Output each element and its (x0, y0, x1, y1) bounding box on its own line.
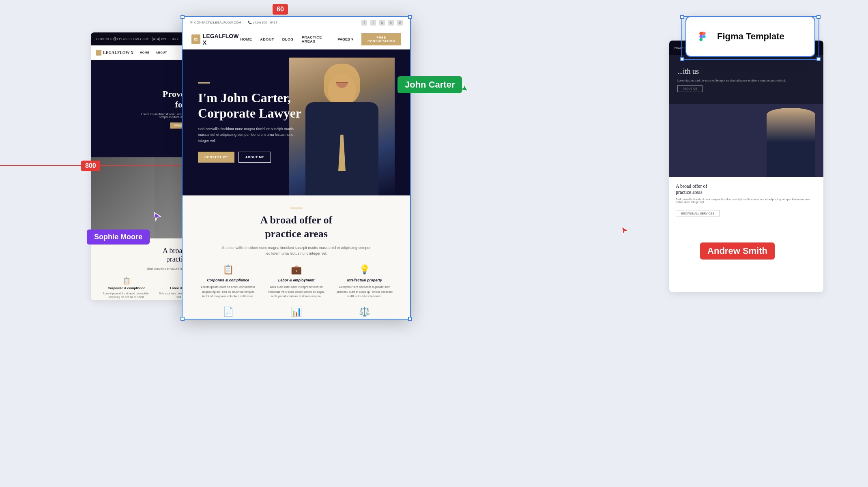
right-content: A broad offer ofpractice areas Sed conva… (669, 177, 823, 223)
main-nav: ⚖ LEGALFLOW X HOME ABOUT BLOG PRACTICE A… (182, 29, 411, 49)
services-grid-bottom: Mergers & acquisitions Business taxation… (198, 307, 395, 320)
figma-template-card[interactable]: Figma Template (685, 16, 815, 57)
figma-title: Figma Template (717, 31, 784, 42)
service-labor-desc: Duis aute irure dolor in reprehenderit i… (266, 285, 326, 298)
social-icons: f t ig in yt (361, 20, 403, 26)
service-corporate-title: Corporate & compliance (198, 278, 258, 282)
right-about-btn[interactable]: ABOUT US (677, 85, 703, 92)
right-hero-sub: Lorem ipsum, sed do eiusmod tempor incid… (677, 79, 786, 82)
main-topbar-email: ✉ CONTACT@LEGALFLOW.COM (190, 21, 241, 24)
main-nav-items: HOME ABOUT BLOG PRACTICE AREAS PAGES ▾ F… (240, 33, 401, 45)
service-ip-icon (335, 264, 395, 275)
service-taxation-icon (266, 307, 326, 317)
chevron-down-icon: ▾ (351, 37, 353, 41)
practice-subtitle: Sed convallis tincidunt nunc magna tinci… (219, 245, 374, 257)
left-nav-about: ABOUT (156, 51, 167, 54)
hero-subtitle: Sed convallis tincidunt nunc magna tinci… (198, 126, 303, 144)
services-grid-top: Corporate & compliance Lorem ipsum dolor… (198, 264, 395, 298)
right-hero-title: ...ith us (677, 67, 786, 76)
main-topbar-phone: 📞 (414) 850 - 0417 (248, 21, 277, 24)
right-hero: ...ith us Lorem ipsum, sed do eiusmod te… (669, 55, 823, 104)
nav-home[interactable]: HOME (240, 37, 252, 41)
badge-800: 800 (81, 161, 100, 171)
youtube-icon: yt (397, 20, 403, 26)
main-topbar-left: ✉ CONTACT@LEGALFLOW.COM 📞 (414) 850 - 04… (190, 21, 277, 24)
service-taxation: Business taxation (266, 307, 326, 320)
service-labor-icon (266, 264, 326, 275)
badge-60: 60 (273, 4, 288, 15)
service-mergers-icon (198, 307, 258, 317)
main-hero-content: I'm John Carter, Corporate Lawyer Sed co… (182, 82, 411, 163)
nav-about[interactable]: ABOUT (260, 37, 274, 41)
about-me-btn[interactable]: ABOUT ME (238, 152, 271, 163)
practice-header: A broad offer of practice areas Sed conv… (198, 208, 395, 256)
facebook-icon: f (361, 20, 367, 26)
service-ip: Intellectual property Excepteur sint occ… (335, 264, 395, 298)
phone-icon: 📞 (248, 21, 252, 24)
main-hero: I'm John Carter, Corporate Lawyer Sed co… (182, 49, 411, 195)
logo-icon: ⚖ (191, 34, 200, 44)
hero-accent-line (198, 82, 210, 84)
practice-accent-line (290, 208, 303, 208)
clipboard-icon: 📋 (99, 277, 154, 285)
right-services-sub: Sed convallis tincidunt nunc magna tinci… (676, 198, 817, 204)
nav-blog[interactable]: BLOG (282, 37, 294, 41)
envelope-icon: ✉ (190, 21, 193, 24)
left-topbar-email: CONTACT@LEGALFLOW.COM (96, 37, 148, 41)
instagram-icon: ig (379, 20, 385, 26)
label-andrew-smith: Andrew Smith (700, 242, 775, 260)
left-logo: LEGALFLOW X (96, 50, 133, 56)
right-hero-content: ...ith us Lorem ipsum, sed do eiusmod te… (677, 67, 786, 92)
service-corporate: Corporate & compliance Lorem ipsum dolor… (198, 264, 258, 298)
main-website-card: ✉ CONTACT@LEGALFLOW.COM 📞 (414) 850 - 04… (182, 16, 411, 320)
main-practice-areas: A broad offer of practice areas Sed conv… (182, 195, 411, 320)
nav-practice-areas[interactable]: PRACTICE AREAS (302, 35, 329, 43)
right-person-area (669, 104, 823, 177)
left-topbar-phone: (414) 850 - 0417 (152, 37, 179, 41)
linkedin-icon: in (388, 20, 394, 26)
left-service-1: 📋 Corporate & compliance Lorem ipsum dol… (99, 277, 154, 299)
service-ip-title: Intellectual property (335, 278, 395, 282)
cursor-purple (153, 211, 162, 224)
label-john-carter: John Carter (397, 76, 462, 93)
main-logo: ⚖ LEGALFLOW X (191, 33, 240, 46)
left-nav-home: HOME (140, 51, 149, 54)
figma-logo-icon (694, 28, 711, 45)
service-corporate-icon (198, 264, 258, 275)
twitter-icon: t (370, 20, 376, 26)
free-consultation-btn[interactable]: FREE CONSULTATION (361, 33, 401, 45)
left-photo-1 (91, 157, 155, 238)
service-mergers: Mergers & acquisitions (198, 307, 258, 320)
practice-title: A broad offer of practice areas (198, 213, 395, 241)
right-person-silhouette (767, 108, 815, 177)
service-dispute-icon (335, 307, 395, 317)
hero-title-line2: Corporate Lawyer (198, 106, 301, 120)
contact-me-btn[interactable]: CONTACT ME (198, 152, 234, 163)
hero-title: I'm John Carter, Corporate Lawyer (198, 90, 395, 121)
service-labor: Labor & employment Duis aute irure dolor… (266, 264, 326, 298)
service-labor-title: Labor & employment (266, 278, 326, 282)
cursor-red (620, 225, 630, 238)
nav-pages[interactable]: PAGES ▾ (337, 37, 353, 41)
left-service-1-title: Corporate & compliance (99, 286, 154, 290)
label-sophie-moore: Sophie Moore (87, 230, 150, 245)
service-ip-desc: Excepteur sint occaecat cupidatat non pr… (335, 285, 395, 298)
left-service-1-desc: Lorem ipsum dolor sit amet consectetur a… (99, 292, 154, 299)
right-services-title: A broad offer ofpractice areas (676, 183, 817, 195)
service-dispute: Dispute resolution (335, 307, 395, 320)
hero-buttons: CONTACT ME ABOUT ME (198, 152, 395, 163)
service-corporate-desc: Lorem ipsum dolor sit amet, consectetur … (198, 285, 258, 298)
main-topbar: ✉ CONTACT@LEGALFLOW.COM 📞 (414) 850 - 04… (182, 16, 411, 29)
hero-title-line1: I'm John Carter, (198, 90, 291, 105)
logo-text: LEGALFLOW X (203, 33, 241, 46)
right-browse-btn[interactable]: BROWSE ALL SERVICES (676, 210, 720, 217)
